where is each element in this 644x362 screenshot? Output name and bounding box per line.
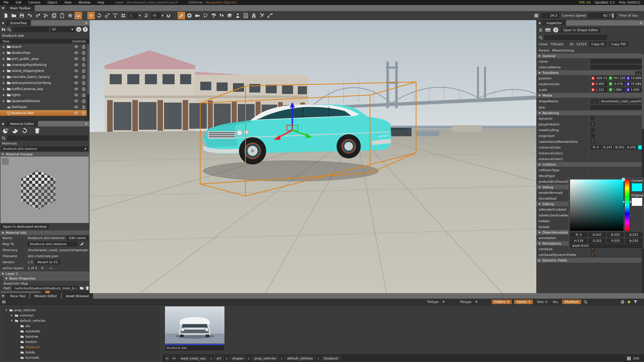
material-info-header[interactable]: ▼Material Info bbox=[0, 230, 89, 235]
new-material-icon[interactable] bbox=[3, 128, 9, 134]
copy-id-button[interactable]: Copy ID bbox=[589, 41, 607, 47]
new-badge-icon[interactable] bbox=[545, 28, 551, 32]
rotate-tool-button[interactable] bbox=[95, 12, 103, 19]
river-tool-button[interactable] bbox=[242, 12, 250, 19]
new-level-button[interactable] bbox=[2, 12, 10, 19]
remove-layer-button[interactable]: — bbox=[48, 266, 55, 270]
inspector-collapse-icon[interactable]: ▼ bbox=[537, 20, 543, 26]
breadcrumb-default_vehicles[interactable]: default_vehicles bbox=[284, 356, 316, 361]
scenetree-row-SpawnedVehicles[interactable]: ▶SpawnedVehicles bbox=[0, 98, 87, 104]
forest-tool-button[interactable] bbox=[218, 12, 225, 19]
rotate-snap-value-dropdown[interactable]: 45▼ bbox=[151, 13, 163, 18]
mapto-input[interactable]: bluebuck.skin.twotone bbox=[28, 242, 78, 246]
position-y-field[interactable]: Y707.135 bbox=[608, 76, 625, 80]
scenetree-row-lights[interactable]: ▶lights bbox=[0, 92, 87, 98]
grid-snap-value-dropdown[interactable]: 1▼ bbox=[129, 13, 141, 18]
lock-icon[interactable] bbox=[82, 81, 86, 85]
save-level-button[interactable] bbox=[18, 12, 26, 19]
material-select-dropdown[interactable]: bluebuck.skin.twotone▼ bbox=[2, 146, 88, 151]
main-toolbar-tab[interactable]: Main Toolbar bbox=[6, 5, 35, 11]
lasso-tool-button[interactable] bbox=[202, 12, 209, 19]
scenetree-collapse-icon[interactable]: ▼ bbox=[0, 20, 6, 26]
open-dedicated-window-button[interactable]: Open in dedicated window bbox=[1, 224, 49, 229]
menu-view[interactable]: View bbox=[61, 1, 75, 4]
scenetree-row-concrete_batch_factory[interactable]: ▶concrete_batch_factory bbox=[0, 74, 87, 80]
terrain-snap-button[interactable] bbox=[165, 12, 172, 19]
paint-tool-button[interactable] bbox=[210, 12, 217, 19]
section-header-rendering[interactable]: ▼Rendering bbox=[537, 110, 644, 116]
lock-icon[interactable] bbox=[82, 75, 86, 79]
visibility-eye-icon[interactable] bbox=[74, 69, 78, 73]
scale-y-field[interactable]: Y1.094 bbox=[608, 87, 625, 92]
scale-z-field[interactable]: Z1.000 bbox=[626, 87, 642, 92]
revert-v1-button[interactable]: Revert to V1 bbox=[35, 259, 60, 265]
menu-object[interactable]: Object bbox=[44, 1, 61, 4]
material-preview-header[interactable]: ▼Material Preview bbox=[0, 152, 89, 157]
scenetree-help-icon[interactable]: ? bbox=[83, 27, 88, 32]
material-editor-close-icon[interactable]: ✕ bbox=[83, 121, 89, 126]
edit-name-button[interactable]: Edit name bbox=[67, 235, 88, 241]
scenetree-row-trafficCameras_wip[interactable]: ▶trafficCameras_wip bbox=[0, 86, 87, 92]
time-slider-knob[interactable] bbox=[612, 13, 614, 18]
asset-search-icon[interactable] bbox=[584, 300, 588, 304]
menu-edit[interactable]: Edit bbox=[12, 1, 25, 4]
inspector-close-icon[interactable]: ✕ bbox=[638, 20, 644, 26]
assets-count-badge[interactable]: Assets: 3 bbox=[514, 300, 533, 304]
menu-file[interactable]: File bbox=[0, 1, 12, 4]
open-level-button[interactable] bbox=[10, 12, 18, 19]
scenetree-filter-dropdown[interactable]: All▼ bbox=[51, 27, 75, 32]
breadcrumb-art[interactable]: art bbox=[214, 356, 224, 361]
rotationEuler-z-field[interactable]: Z75.589 bbox=[626, 82, 642, 86]
hex-input[interactable]: #00F7FFFF bbox=[570, 244, 642, 248]
scenetree-row-bluebuck.dae[interactable]: bluebuck.dae bbox=[0, 110, 87, 116]
asset-tree-row-default_vehicles[interactable]: ▼default_vehicles bbox=[2, 318, 161, 323]
canSaveDynamicFields-checkbox[interactable] bbox=[591, 253, 595, 257]
filter-all[interactable]: ALL bbox=[551, 300, 560, 304]
history-icon[interactable] bbox=[620, 300, 624, 304]
scenetree-scrollbar[interactable] bbox=[87, 44, 89, 121]
picker-rgba-field[interactable]: R: 0 bbox=[570, 232, 587, 237]
visibility-eye-icon[interactable] bbox=[74, 87, 78, 91]
instanceColor-a-field[interactable]: A:255 bbox=[626, 145, 637, 150]
instanceColor-r-field[interactable]: R: 0 bbox=[591, 145, 601, 150]
scenetree-search-input[interactable] bbox=[13, 27, 49, 32]
layer1-header[interactable]: ▼Layer 1 bbox=[0, 271, 89, 276]
lock-icon[interactable] bbox=[82, 87, 86, 91]
bottom-collapse-icon[interactable]: ▼ bbox=[0, 293, 6, 299]
folders-count-badge[interactable]: Folders: 0 bbox=[492, 300, 512, 304]
breadcrumb-shapes[interactable]: shapes bbox=[229, 356, 246, 361]
rotationEuler-y-field[interactable]: Y-0.579 bbox=[608, 82, 625, 86]
meshCulling-checkbox[interactable] bbox=[591, 128, 595, 132]
undo-button[interactable] bbox=[26, 12, 34, 19]
asset-tree-row-atv[interactable]: atv bbox=[2, 323, 161, 329]
copy-button[interactable] bbox=[50, 12, 58, 19]
picker-rgba-field[interactable]: A:255 bbox=[625, 232, 642, 237]
section-header-collision[interactable]: ▼Collision bbox=[537, 162, 644, 167]
filetype-dropdown-2[interactable]: filetype▼ bbox=[459, 300, 489, 304]
path-tool-button[interactable] bbox=[266, 12, 274, 19]
shapeName-value[interactable]: /levels/west_coast_usa/art/ bbox=[600, 99, 642, 104]
asset-tree-row-prop_vehicles[interactable]: ▼prop_vehicles bbox=[2, 307, 161, 313]
rotate-snap-button[interactable] bbox=[142, 12, 150, 19]
visibility-eye-icon[interactable] bbox=[74, 45, 78, 49]
lock-icon[interactable] bbox=[82, 63, 86, 67]
inspector-scrollbar[interactable] bbox=[642, 53, 644, 293]
instanceColor-b-field[interactable]: B:255 bbox=[614, 145, 625, 150]
time-of-day-value[interactable]: 82.7 bbox=[588, 13, 616, 18]
menu-window[interactable]: Window bbox=[75, 1, 94, 4]
filter-funnel-icon[interactable] bbox=[633, 300, 637, 304]
thumb-size-grid-icon[interactable] bbox=[627, 356, 631, 360]
asset-browser-menu-icon[interactable] bbox=[2, 301, 6, 303]
bottom-tab-race-tool[interactable]: Race Tool bbox=[6, 293, 29, 299]
skin-input[interactable] bbox=[591, 105, 642, 110]
asset-card-bluebuck[interactable]: bluebuck.dae bbox=[165, 306, 225, 351]
visibility-eye-icon[interactable] bbox=[74, 51, 78, 55]
redo-button[interactable] bbox=[34, 12, 42, 19]
viewport-3d[interactable] bbox=[90, 20, 536, 293]
camera-speed-value[interactable]: 26.5 bbox=[541, 13, 559, 18]
scenetree-row-dealerships[interactable]: ▶dealerships bbox=[0, 50, 87, 56]
camera-path-tool-button[interactable] bbox=[194, 12, 201, 19]
bottom-tab-asset-browser[interactable]: Asset Browser bbox=[62, 293, 93, 299]
hue-slider[interactable] bbox=[625, 179, 629, 231]
inspector-help-icon[interactable]: ? bbox=[553, 27, 558, 32]
